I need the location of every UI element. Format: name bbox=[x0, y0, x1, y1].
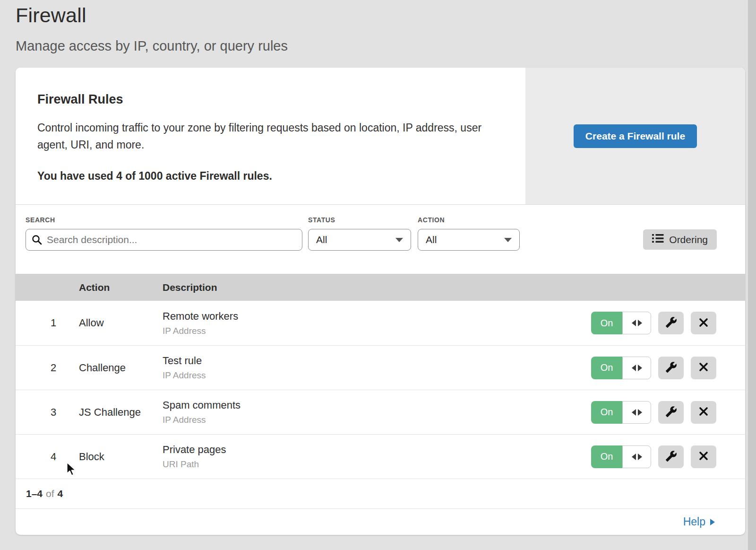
rule-description: Private pages URI Path bbox=[163, 444, 591, 470]
pagination-footer: 1–4 of 4 bbox=[16, 479, 745, 508]
table-header: Action Description bbox=[16, 274, 745, 301]
chevron-down-icon bbox=[395, 238, 403, 242]
rule-type: IP Address bbox=[163, 415, 591, 425]
page-header: Firewall Manage access by IP, country, o… bbox=[16, 4, 288, 54]
window-edge bbox=[748, 0, 756, 550]
usage-text: You have used 4 of 1000 active Firewall … bbox=[37, 170, 525, 183]
create-rule-panel: Create a Firewall rule bbox=[525, 68, 745, 204]
status-filter-group: STATUS All bbox=[308, 216, 411, 251]
card-top-section: Firewall Rules Control incoming traffic … bbox=[16, 68, 745, 205]
rule-description: Test rule IP Address bbox=[163, 355, 591, 381]
toggle-arrows-icon bbox=[622, 445, 651, 468]
rule-action: Allow bbox=[79, 317, 151, 329]
page-subtitle: Manage access by IP, country, or query r… bbox=[16, 38, 288, 54]
rule-type: IP Address bbox=[163, 370, 591, 381]
ordering-button[interactable]: Ordering bbox=[643, 229, 717, 250]
rule-description: Spam comments IP Address bbox=[163, 399, 591, 425]
action-selected-value: All bbox=[426, 234, 437, 245]
column-header-action: Action bbox=[79, 282, 163, 293]
rule-action: Challenge bbox=[79, 362, 151, 374]
rule-description: Remote workers IP Address bbox=[163, 310, 591, 336]
column-header-description: Description bbox=[163, 282, 217, 293]
delete-rule-button[interactable] bbox=[691, 312, 716, 334]
rule-enabled-toggle[interactable]: On bbox=[591, 357, 651, 379]
table-row: 4 Block Private pages URI Path On bbox=[16, 434, 745, 479]
firewall-rules-card: Firewall Rules Control incoming traffic … bbox=[16, 68, 745, 535]
table-row: 3 JS Challenge Spam comments IP Address … bbox=[16, 390, 745, 434]
table-row: 1 Allow Remote workers IP Address On bbox=[16, 301, 745, 345]
table-row: 2 Challenge Test rule IP Address On bbox=[16, 345, 745, 390]
help-label: Help bbox=[683, 515, 705, 528]
search-icon bbox=[32, 235, 42, 247]
filters-bar: SEARCH STATUS All ACTION All bbox=[16, 205, 745, 274]
toggle-on-label: On bbox=[591, 401, 622, 424]
row-controls: On bbox=[591, 312, 716, 334]
action-label: ACTION bbox=[418, 216, 520, 224]
rule-enabled-toggle[interactable]: On bbox=[591, 401, 651, 424]
intro-section: Firewall Rules Control incoming traffic … bbox=[16, 68, 525, 204]
close-icon bbox=[698, 362, 709, 374]
action-filter-group: ACTION All bbox=[418, 216, 520, 251]
rule-priority: 4 bbox=[39, 451, 68, 463]
help-link[interactable]: Help bbox=[683, 515, 715, 528]
rule-priority: 3 bbox=[39, 406, 68, 419]
edit-rule-button[interactable] bbox=[658, 401, 684, 424]
row-controls: On bbox=[591, 401, 716, 424]
rule-priority: 2 bbox=[39, 362, 68, 374]
wrench-icon bbox=[665, 361, 677, 375]
rule-type: IP Address bbox=[163, 326, 591, 336]
rule-title: Private pages bbox=[163, 444, 591, 456]
status-select[interactable]: All bbox=[308, 229, 411, 251]
edit-rule-button[interactable] bbox=[658, 312, 684, 334]
close-icon bbox=[698, 406, 709, 418]
pagination-of: of bbox=[46, 488, 54, 499]
rule-title: Test rule bbox=[163, 355, 591, 367]
page-title: Firewall bbox=[16, 4, 288, 27]
toggle-arrows-icon bbox=[622, 357, 651, 379]
close-icon bbox=[698, 317, 709, 329]
delete-rule-button[interactable] bbox=[691, 445, 716, 468]
section-heading: Firewall Rules bbox=[37, 92, 525, 107]
pagination-total: 4 bbox=[58, 488, 63, 499]
create-firewall-rule-button[interactable]: Create a Firewall rule bbox=[574, 124, 697, 148]
edit-rule-button[interactable] bbox=[658, 445, 684, 468]
rule-action: Block bbox=[79, 451, 151, 463]
section-description: Control incoming traffic to your zone by… bbox=[37, 119, 486, 153]
rule-title: Spam comments bbox=[163, 399, 591, 411]
ordering-label: Ordering bbox=[669, 234, 708, 245]
toggle-on-label: On bbox=[591, 312, 622, 334]
delete-rule-button[interactable] bbox=[691, 357, 716, 379]
rule-priority: 1 bbox=[39, 317, 68, 329]
row-controls: On bbox=[591, 357, 716, 379]
wrench-icon bbox=[665, 450, 677, 463]
help-row: Help bbox=[16, 508, 745, 535]
row-controls: On bbox=[591, 445, 716, 468]
rule-type: URI Path bbox=[163, 459, 591, 470]
action-select[interactable]: All bbox=[418, 229, 520, 251]
status-selected-value: All bbox=[316, 234, 327, 245]
toggle-arrows-icon bbox=[622, 312, 651, 334]
ordering-list-icon bbox=[652, 233, 664, 246]
toggle-on-label: On bbox=[591, 357, 622, 379]
wrench-icon bbox=[665, 316, 677, 330]
delete-rule-button[interactable] bbox=[691, 401, 716, 424]
search-group: SEARCH bbox=[26, 216, 302, 251]
rule-enabled-toggle[interactable]: On bbox=[591, 312, 651, 334]
toggle-on-label: On bbox=[591, 445, 622, 468]
search-input[interactable] bbox=[26, 229, 302, 251]
wrench-icon bbox=[665, 406, 677, 419]
pagination-range: 1–4 bbox=[26, 488, 43, 499]
rule-title: Remote workers bbox=[163, 310, 591, 323]
rule-action: JS Challenge bbox=[79, 406, 151, 419]
status-label: STATUS bbox=[308, 216, 411, 224]
toggle-arrows-icon bbox=[622, 401, 651, 424]
search-label: SEARCH bbox=[26, 216, 302, 224]
edit-rule-button[interactable] bbox=[658, 357, 684, 379]
caret-right-icon bbox=[710, 519, 715, 525]
rule-enabled-toggle[interactable]: On bbox=[591, 445, 651, 468]
close-icon bbox=[698, 451, 709, 463]
chevron-down-icon bbox=[504, 238, 512, 242]
